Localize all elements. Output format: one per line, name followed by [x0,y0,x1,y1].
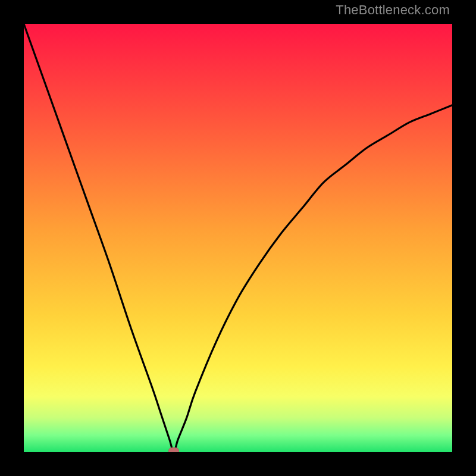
bottleneck-curve-path [24,24,452,452]
chart-frame: TheBottleneck.com [0,0,476,476]
plot-area [24,24,452,452]
minimum-marker [168,447,179,452]
curve-layer [24,24,452,452]
watermark-text: TheBottleneck.com [336,2,450,18]
